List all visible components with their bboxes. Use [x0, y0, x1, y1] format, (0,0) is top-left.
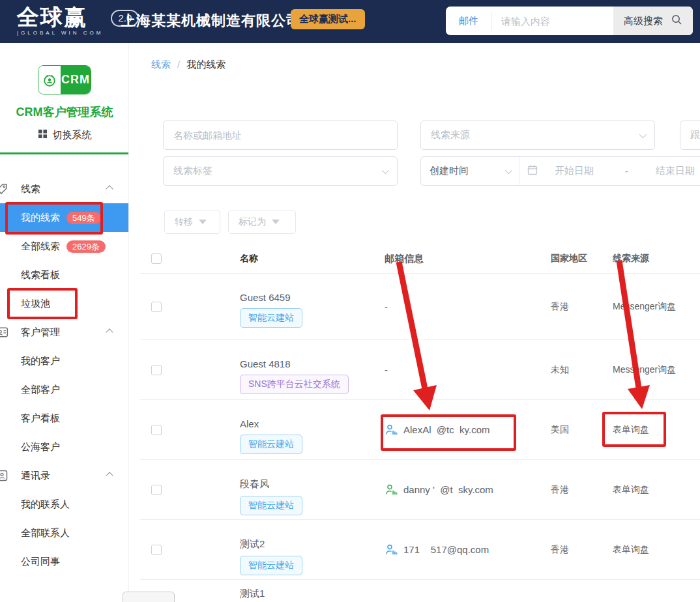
country-value: 美国 [547, 400, 609, 459]
lead-tag-badge: 智能云建站 [240, 308, 302, 328]
sidebar-section-label: 通讯录 [21, 470, 50, 482]
row-checkbox[interactable] [151, 425, 162, 435]
sidebar-item-label: 公海客户 [21, 441, 60, 453]
all-leads-count-badge: 2629条 [66, 240, 106, 253]
country-value: 未知 [547, 340, 609, 399]
lead-source-select[interactable]: 线索来源 [420, 121, 655, 150]
breadcrumb-current: 我的线索 [186, 59, 226, 71]
breadcrumb-link[interactable]: 线索 [151, 59, 171, 71]
contact-icon [0, 469, 8, 482]
lead-name[interactable]: Guest 4818 [240, 358, 291, 369]
lead-name[interactable]: Alex [240, 418, 259, 429]
advanced-search-button[interactable]: 高级搜索 [613, 7, 693, 35]
country-value: 香港 [547, 274, 609, 339]
row-checkbox[interactable] [151, 302, 162, 312]
mail-button[interactable]: 邮件 [446, 15, 491, 27]
crm-logo-icon [38, 66, 61, 94]
mark-as-button[interactable]: 标记为 [228, 210, 296, 234]
id-card-icon [0, 326, 8, 339]
sidebar-item-my-contacts[interactable]: 我的联系人 [0, 490, 129, 519]
chevron-down-icon [505, 166, 512, 173]
sidebar-item-label: 客户看板 [21, 412, 60, 425]
table-row: 段春风 智能云建站 danny ' @t sky.com 香港 表单询盘 [140, 460, 700, 520]
start-date-placeholder[interactable]: 开始日期 [555, 165, 594, 177]
caret-down-icon [272, 220, 280, 224]
switch-system-button[interactable]: 切换系统 [0, 126, 129, 143]
sidebar-item-label: 我的联系人 [21, 498, 70, 511]
contact-person-icon [385, 483, 398, 496]
row-checkbox[interactable] [151, 365, 162, 375]
chevron-up-icon [106, 185, 113, 192]
sidebar-item-all-customers[interactable]: 全部客户 [0, 375, 129, 404]
sidebar-item-trash[interactable]: 垃圾池 [0, 289, 129, 318]
lead-tag-select[interactable]: 线索标签 [163, 156, 398, 186]
contact-person-icon [385, 543, 398, 556]
sidebar-item-label: 全部联系人 [21, 527, 70, 539]
sidebar-item-all-contacts[interactable]: 全部联系人 [0, 519, 129, 547]
mark-as-label: 标记为 [239, 216, 266, 228]
sidebar-section-customers[interactable]: 客户管理 [0, 318, 129, 347]
brand-logo-text: 全球赢 [17, 5, 103, 29]
chevron-down-icon [639, 130, 647, 137]
tag-icon [0, 182, 8, 195]
search-icon [671, 14, 682, 28]
source-value: 表单询盘 [609, 460, 694, 519]
sidebar-divider [0, 152, 129, 154]
leads-table: 名称 邮箱信息 国家地区 线索来源 Guest 6459 智能云建站 - 香港 … [140, 244, 700, 602]
source-value: Messenger询盘 [609, 274, 694, 339]
column-source: 线索来源 [609, 253, 694, 265]
followup-select-clipped[interactable]: 跟进 [680, 121, 700, 150]
top-header: 全球赢 |GLOBAL WIN COM 2.0 上海某某机械制造有限公司 全球赢… [0, 0, 700, 43]
end-date-placeholder[interactable]: 结束日期 [656, 165, 695, 177]
row-checkbox[interactable] [151, 545, 162, 555]
sidebar-item-label: 线索看板 [21, 269, 60, 281]
sidebar-section-label: 客户管理 [21, 326, 60, 339]
sidebar-item-label: 全部客户 [21, 384, 60, 396]
sidebar-item-colleagues[interactable]: 公司同事 [0, 547, 129, 576]
column-name: 名称 [169, 253, 385, 265]
sidebar-item-leads-board[interactable]: 线索看板 [0, 261, 129, 289]
advanced-search-label: 高级搜索 [624, 15, 663, 27]
sidebar-item-label: 我的客户 [21, 355, 60, 367]
table-row: 测试2 智能云建站 171 517@qq.com 香港 表单询盘 [140, 520, 700, 580]
date-range-separator: - [625, 165, 628, 177]
sidebar-item-public-customers[interactable]: 公海客户 [0, 433, 129, 461]
transfer-button[interactable]: 转移 [164, 210, 220, 234]
email-value: AlexAl @tc ky.com [403, 424, 489, 435]
lead-name[interactable]: 段春风 [240, 478, 269, 491]
table-row: 测试1 [140, 580, 700, 602]
name-email-input[interactable] [164, 121, 397, 149]
select-all-checkbox[interactable] [151, 253, 162, 264]
source-value: 表单询盘 [609, 400, 694, 459]
search-input[interactable] [492, 16, 613, 27]
email-value: danny ' @t sky.com [403, 484, 493, 495]
date-filter-group: 创建时间 开始日期 - 结束日期 [420, 156, 700, 186]
row-checkbox[interactable] [151, 485, 162, 495]
breadcrumb-separator: / [177, 59, 180, 71]
sidebar-item-all-leads[interactable]: 全部线索 2629条 [0, 232, 129, 261]
email-value: - [385, 364, 388, 375]
date-range-picker[interactable]: 开始日期 - 结束日期 [519, 157, 700, 185]
sidebar-section-contacts[interactable]: 通讯录 [0, 461, 129, 490]
sidebar-item-my-customers[interactable]: 我的客户 [0, 347, 129, 375]
time-type-select[interactable]: 创建时间 [421, 165, 519, 177]
email-value: 171 517@qq.com [403, 544, 489, 555]
sidebar-item-my-leads[interactable]: 我的线索 549条 [0, 203, 129, 232]
sidebar: CRM CRM客户管理系统 切换系统 线索 我的线索 549条 全部线索 [0, 43, 129, 602]
country-value: 香港 [547, 460, 609, 519]
sidebar-item-label: 我的线索 [21, 212, 60, 224]
system-title: CRM客户管理系统 [0, 104, 129, 120]
main-content: 线索 / 我的线索 线索来源 跟进 线索标签 创建时间 [129, 43, 700, 602]
caret-down-icon [199, 220, 207, 224]
lead-name[interactable]: 测试1 [240, 588, 265, 600]
brand-logo-subtext: |GLOBAL WIN COM [17, 30, 103, 36]
partial-tooltip [123, 592, 175, 602]
lead-name[interactable]: 测试2 [240, 538, 265, 551]
sidebar-item-customer-board[interactable]: 客户看板 [0, 404, 129, 433]
lead-tag-badge: 智能云建站 [240, 556, 302, 575]
test-account-button[interactable]: 全球赢测试... [291, 9, 365, 29]
sidebar-section-leads[interactable]: 线索 [0, 175, 129, 203]
switch-system-label: 切换系统 [53, 129, 92, 141]
lead-name[interactable]: Guest 6459 [240, 292, 291, 303]
contact-person-icon [385, 423, 398, 437]
